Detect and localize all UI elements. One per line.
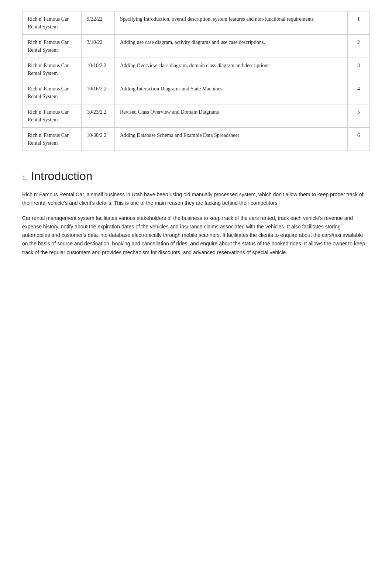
- cell-version: 4: [348, 81, 370, 104]
- cell-name: Rich n' Famous Car Rental System: [23, 81, 82, 104]
- cell-date: 9/22/22: [82, 11, 115, 35]
- cell-name: Rich n' Famous Car Rental System: [23, 104, 82, 128]
- cell-date: 10/23/2 2: [82, 104, 115, 128]
- intro-number: 1.: [22, 175, 27, 182]
- cell-version: 2: [348, 35, 370, 58]
- cell-version: 1: [348, 11, 370, 35]
- cell-date: 3/10/22: [82, 35, 115, 58]
- table-row: Rich n' Famous Car Rental System10/16/2 …: [23, 81, 370, 104]
- cell-version: 6: [348, 128, 370, 151]
- cell-name: Rich n' Famous Car Rental System: [23, 128, 82, 151]
- cell-name: Rich n' Famous Car Rental System: [23, 58, 82, 81]
- cell-name: Rich n' Famous Car Rental System: [23, 11, 82, 35]
- table-row: Rich n' Famous Car Rental System3/10/22A…: [23, 35, 370, 58]
- cell-version: 3: [348, 58, 370, 81]
- intro-paragraph-2: Car rental management system facilitates…: [22, 214, 370, 256]
- cell-date: 10/16/2 2: [82, 81, 115, 104]
- cell-description: Adding Interaction Diagrams and State Ma…: [115, 81, 348, 104]
- cell-description: Revised Class Overview and Domain Diagra…: [115, 104, 348, 128]
- introduction-section: 1. Introduction Rich n' Famous Rental Ca…: [22, 169, 370, 257]
- intro-heading: 1. Introduction: [22, 169, 370, 183]
- table-row: Rich n' Famous Car Rental System10/10/2 …: [23, 58, 370, 81]
- cell-date: 10/30/2 2: [82, 128, 115, 151]
- cell-description: Specifying Introduction, overall descrip…: [115, 11, 348, 35]
- cell-date: 10/10/2 2: [82, 58, 115, 81]
- table-row: Rich n' Famous Car Rental System10/23/2 …: [23, 104, 370, 128]
- intro-title: Introduction: [31, 169, 92, 183]
- cell-description: Adding Database Schema and Example Data …: [115, 128, 348, 151]
- table-row: Rich n' Famous Car Rental System10/30/2 …: [23, 128, 370, 151]
- document-table: Rich n' Famous Car Rental System9/22/22S…: [22, 11, 370, 151]
- table-row: Rich n' Famous Car Rental System9/22/22S…: [23, 11, 370, 35]
- cell-version: 5: [348, 104, 370, 128]
- intro-paragraph-1: Rich n' Famous Rental Car, a small busin…: [22, 190, 370, 207]
- cell-name: Rich n' Famous Car Rental System: [23, 35, 82, 58]
- cell-description: Adding Overview class diagram, domain cl…: [115, 58, 348, 81]
- cell-description: Adding use case diagram, activity diagra…: [115, 35, 348, 58]
